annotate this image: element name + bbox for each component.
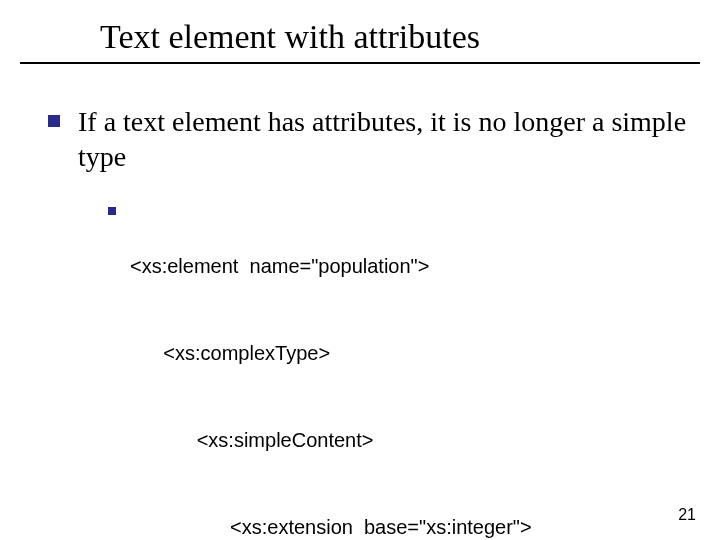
slide: Text element with attributes If a text e… xyxy=(0,0,720,540)
code-line: <xs:simpleContent> xyxy=(130,426,570,455)
square-bullet-icon xyxy=(48,115,60,127)
page-number: 21 xyxy=(678,506,696,524)
code-line: <xs:element name="population"> xyxy=(130,252,570,281)
slide-title: Text element with attributes xyxy=(100,18,480,55)
code-line: <xs:complexType> xyxy=(130,339,570,368)
title-wrap: Text element with attributes xyxy=(100,18,480,56)
code-line: <xs:extension base="xs:integer"> xyxy=(130,513,570,540)
code-block: <xs:element name="population"> <xs:compl… xyxy=(130,194,570,540)
square-bullet-icon xyxy=(108,207,116,215)
title-underline xyxy=(20,62,700,64)
body-paragraph: If a text element has attributes, it is … xyxy=(78,104,688,174)
